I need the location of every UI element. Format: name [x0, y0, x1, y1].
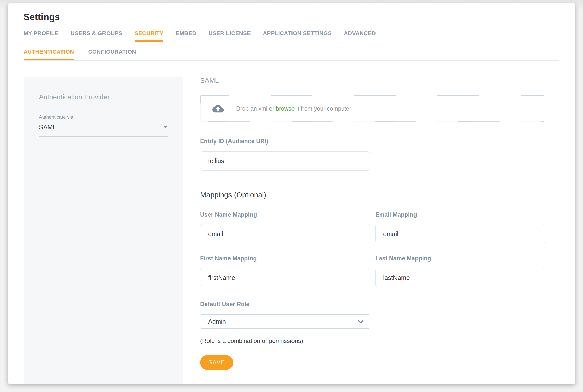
- dropzone-text-after: it from your computer: [295, 105, 351, 112]
- main-tabs: MY PROFILE USERS & GROUPS SECURITY EMBED…: [24, 30, 559, 42]
- email-mapping-label: Email Mapping: [375, 211, 545, 218]
- mappings-heading: Mappings (Optional): [200, 191, 559, 199]
- entity-id-label: Entity ID (Audience URI): [200, 138, 559, 145]
- user-name-mapping-field: User Name Mapping: [200, 211, 370, 243]
- tab-user-license[interactable]: USER LICENSE: [209, 30, 251, 42]
- subtab-authentication[interactable]: AUTHENTICATION: [24, 49, 74, 60]
- mappings-grid: User Name Mapping Email Mapping First Na…: [200, 211, 559, 287]
- tab-embed[interactable]: EMBED: [176, 30, 196, 42]
- first-name-mapping-label: First Name Mapping: [200, 255, 370, 262]
- last-name-mapping-label: Last Name Mapping: [375, 255, 545, 262]
- security-subtabs: AUTHENTICATION CONFIGURATION: [24, 42, 559, 61]
- last-name-mapping-input[interactable]: [375, 268, 545, 287]
- email-mapping-input[interactable]: [375, 224, 545, 243]
- entity-id-input[interactable]: [200, 151, 370, 171]
- dropzone-text: Drop an xml or browse it from your compu…: [236, 105, 351, 112]
- authenticate-via-label: Authenticate via: [39, 114, 168, 120]
- page-title: Settings: [24, 12, 559, 23]
- authentication-provider-panel: Authentication Provider Authenticate via…: [24, 77, 183, 384]
- authenticate-via-value: SAML: [39, 123, 56, 131]
- first-name-mapping-field: First Name Mapping: [200, 255, 370, 287]
- default-user-role-block: Default User Role Admin (Role is a combi…: [200, 301, 559, 344]
- caret-down-icon: [163, 126, 168, 128]
- last-name-mapping-field: Last Name Mapping: [375, 255, 545, 287]
- entity-id-block: Entity ID (Audience URI): [200, 138, 559, 171]
- dropzone-text-before: Drop an xml or: [236, 105, 276, 112]
- tab-security[interactable]: SECURITY: [135, 30, 163, 42]
- browse-link[interactable]: browse: [276, 105, 295, 112]
- saml-heading: SAML: [200, 77, 559, 85]
- tab-users-groups[interactable]: USERS & GROUPS: [71, 30, 122, 42]
- tab-my-profile[interactable]: MY PROFILE: [24, 30, 58, 42]
- subtab-configuration[interactable]: CONFIGURATION: [88, 49, 136, 60]
- settings-header: Settings MY PROFILE USERS & GROUPS SECUR…: [8, 12, 575, 61]
- email-mapping-field: Email Mapping: [375, 211, 545, 243]
- cloud-upload-icon: [212, 104, 224, 113]
- settings-card: Settings MY PROFILE USERS & GROUPS SECUR…: [8, 3, 575, 384]
- default-user-role-label: Default User Role: [200, 301, 559, 308]
- save-button[interactable]: SAVE: [200, 355, 233, 370]
- authentication-content: Authentication Provider Authenticate via…: [8, 77, 575, 384]
- first-name-mapping-input[interactable]: [200, 268, 370, 287]
- default-user-role-value: Admin: [208, 318, 226, 325]
- chevron-down-icon: [358, 318, 363, 325]
- role-note: (Role is a combination of permissions): [200, 337, 559, 344]
- user-name-mapping-label: User Name Mapping: [200, 211, 370, 218]
- default-user-role-select[interactable]: Admin: [200, 314, 370, 329]
- tab-advanced[interactable]: ADVANCED: [344, 30, 376, 42]
- saml-settings: SAML Drop an xml or browse it from your …: [200, 77, 559, 384]
- xml-dropzone[interactable]: Drop an xml or browse it from your compu…: [200, 95, 544, 122]
- user-name-mapping-input[interactable]: [200, 224, 370, 243]
- tab-application-settings[interactable]: APPLICATION SETTINGS: [263, 30, 332, 42]
- authenticate-via-select[interactable]: SAML: [39, 123, 168, 137]
- panel-heading: Authentication Provider: [39, 93, 168, 101]
